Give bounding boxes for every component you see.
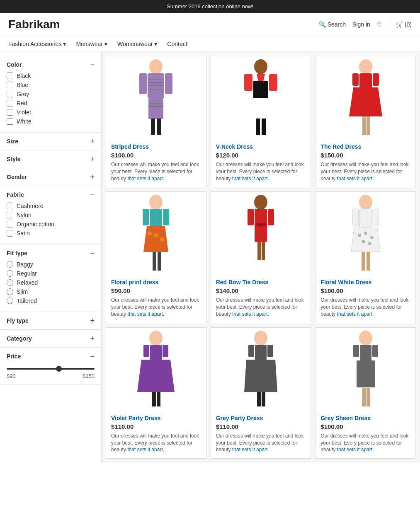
checkbox-red[interactable]	[7, 100, 13, 106]
product-name[interactable]: Floral White Dress	[320, 279, 410, 285]
product-image	[316, 192, 415, 275]
product-image	[211, 328, 311, 411]
radio-baggy[interactable]	[7, 261, 13, 268]
radio-relaxed[interactable]	[7, 279, 13, 286]
product-desc-link[interactable]: that sets it apart.	[337, 176, 374, 181]
nav-menswear[interactable]: Menswear ▾	[76, 41, 107, 47]
filter-fit-tailored[interactable]: Tailored	[7, 297, 95, 304]
filter-price-title: Price	[7, 353, 21, 360]
product-card[interactable]: The Red Dress $150.00 Our dresses will m…	[315, 56, 416, 187]
product-name[interactable]: Floral print dress	[111, 279, 201, 285]
filter-color-black[interactable]: Black	[7, 73, 95, 79]
checkbox-grey[interactable]	[7, 91, 13, 97]
filter-price-header[interactable]: Price −	[7, 353, 95, 360]
filter-fit-relaxed[interactable]: Relaxed	[7, 279, 95, 286]
filter-size-header[interactable]: Size +	[7, 138, 95, 145]
product-card[interactable]: V-Neck Dress $120.00 Our dresses will ma…	[211, 56, 311, 187]
checkbox-blue[interactable]	[7, 82, 13, 88]
product-desc-link[interactable]: that sets it apart.	[127, 311, 164, 317]
radio-tailored[interactable]	[7, 297, 13, 304]
filter-color-blue[interactable]: Blue	[7, 82, 95, 88]
filter-color-header[interactable]: Color −	[7, 61, 95, 68]
filter-color-red[interactable]: Red	[7, 100, 95, 106]
products-area: Striped Dress $100.00 Our dresses will m…	[102, 52, 420, 463]
product-name[interactable]: Grey Sheen Dress	[320, 415, 410, 421]
checkbox-violet[interactable]	[7, 109, 13, 116]
svg-rect-9	[139, 73, 147, 94]
filter-color-grey[interactable]: Grey	[7, 91, 95, 97]
price-min: $90	[7, 373, 16, 379]
product-desc-link[interactable]: that sets it apart.	[127, 176, 164, 181]
product-card[interactable]: Grey Party Dress $110.00 Our dresses wil…	[211, 327, 311, 459]
filter-gender-header[interactable]: Gender +	[7, 173, 95, 181]
svg-rect-59	[163, 345, 168, 357]
svg-rect-36	[158, 252, 161, 271]
product-price: $90.00	[111, 287, 201, 294]
product-desc-link[interactable]: that sets it apart.	[337, 447, 374, 452]
signin-button[interactable]: Sign in	[352, 21, 370, 28]
product-image	[106, 56, 206, 139]
checkbox-nylon[interactable]	[7, 212, 13, 218]
svg-rect-45	[359, 209, 372, 230]
checkbox-satin[interactable]	[7, 230, 13, 237]
product-card[interactable]: Grey Sheen Dress $100.00 Our dresses wil…	[315, 327, 416, 459]
svg-point-27	[149, 195, 163, 210]
product-card[interactable]: Striped Dress $100.00 Our dresses will m…	[106, 56, 206, 187]
checkbox-cashmere[interactable]	[7, 203, 13, 209]
product-desc-link[interactable]: that sets it apart.	[127, 447, 164, 452]
svg-rect-55	[367, 252, 370, 271]
logo[interactable]: Fabrikam	[8, 18, 319, 31]
product-name[interactable]: Grey Party Dress	[216, 415, 306, 421]
filter-style-header[interactable]: Style +	[7, 155, 95, 163]
product-name[interactable]: V-Neck Dress	[216, 143, 306, 150]
nav-contact[interactable]: Contact	[167, 41, 187, 47]
search-label: Search	[328, 21, 346, 28]
price-range-slider[interactable]	[7, 368, 95, 370]
product-card[interactable]: Violet Party Dress $110.00 Our dresses w…	[106, 327, 206, 459]
filter-fit-regular[interactable]: Regular	[7, 270, 95, 277]
svg-rect-54	[362, 252, 365, 271]
wishlist-button[interactable]: ♡	[377, 21, 382, 28]
product-desc-link[interactable]: that sets it apart.	[232, 447, 269, 452]
product-price: $120.00	[216, 152, 306, 159]
svg-point-13	[254, 59, 267, 74]
filter-category-header[interactable]: Category +	[7, 335, 95, 342]
filter-color-white[interactable]: White	[7, 118, 95, 125]
filter-fit-baggy[interactable]: Baggy	[7, 261, 95, 268]
cart-button[interactable]: 🛒 (0)	[396, 21, 412, 28]
filter-style-toggle: +	[90, 155, 95, 163]
header-divider	[389, 19, 389, 29]
product-name[interactable]: Striped Dress	[111, 143, 201, 150]
search-button[interactable]: 🔍 Search	[319, 21, 346, 28]
label-red: Red	[17, 100, 27, 106]
label-satin: Satin	[17, 230, 30, 237]
checkbox-black[interactable]	[7, 73, 13, 79]
filter-fit-type-header[interactable]: Fit type −	[7, 249, 95, 257]
filter-fit-slim[interactable]: Slim	[7, 288, 95, 295]
product-desc-link[interactable]: that sets it apart.	[337, 311, 374, 317]
radio-slim[interactable]	[7, 288, 13, 295]
nav-fashion-accessories[interactable]: Fashion Accessories ▾	[8, 41, 66, 47]
radio-regular[interactable]	[7, 270, 13, 277]
product-desc-link[interactable]: that sets it apart.	[232, 311, 269, 317]
filter-fabric-organic[interactable]: Organic cotton	[7, 221, 95, 227]
product-card[interactable]: Floral print dress $90.00 Our dresses wi…	[106, 191, 206, 323]
product-card[interactable]: Red Bow Tie Dress $140.00 Our dresses wi…	[211, 191, 311, 323]
filter-fabric-satin[interactable]: Satin	[7, 230, 95, 237]
filter-fabric-cashmere[interactable]: Cashmere	[7, 203, 95, 209]
product-name[interactable]: Violet Party Dress	[111, 415, 201, 421]
checkbox-white[interactable]	[7, 118, 13, 125]
svg-rect-10	[165, 73, 172, 94]
product-name[interactable]: Red Bow Tie Dress	[216, 279, 306, 285]
filter-fabric-header[interactable]: Fabric −	[7, 191, 95, 198]
dress-svg-2	[240, 58, 282, 137]
filter-fly-type-header[interactable]: Fly type +	[7, 317, 95, 324]
svg-rect-40	[268, 209, 274, 225]
filter-color-violet[interactable]: Violet	[7, 109, 95, 116]
checkbox-organic[interactable]	[7, 221, 13, 227]
product-card[interactable]: Floral White Dress $100.00 Our dresses w…	[315, 191, 416, 323]
filter-fabric-nylon[interactable]: Nylon	[7, 212, 95, 218]
product-name[interactable]: The Red Dress	[320, 143, 410, 150]
product-desc-link[interactable]: that sets it apart.	[232, 176, 269, 181]
nav-womenswear[interactable]: Womenswear ▾	[117, 41, 157, 47]
